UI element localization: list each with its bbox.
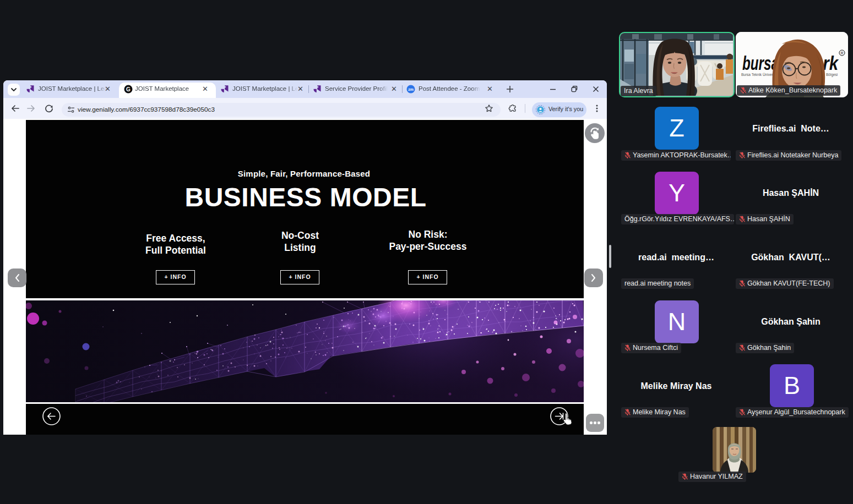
svg-text:G: G: [126, 86, 131, 92]
svg-text:zm: zm: [408, 87, 414, 91]
svg-text:R: R: [840, 51, 843, 55]
svg-text:Bölgesi: Bölgesi: [826, 73, 838, 77]
svg-text:Bursa Teknik Üniver: Bursa Teknik Üniver: [741, 73, 774, 76]
